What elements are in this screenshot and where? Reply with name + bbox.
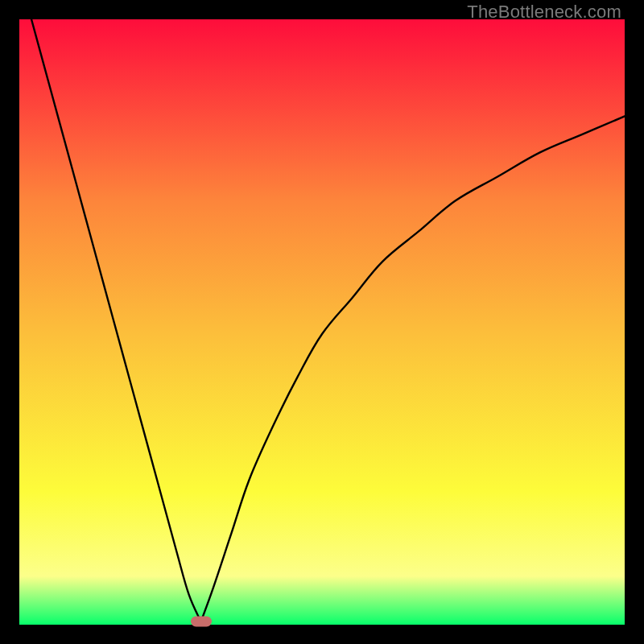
gradient-background bbox=[19, 19, 625, 625]
chart-area bbox=[19, 19, 625, 625]
bottleneck-plot bbox=[19, 19, 625, 625]
